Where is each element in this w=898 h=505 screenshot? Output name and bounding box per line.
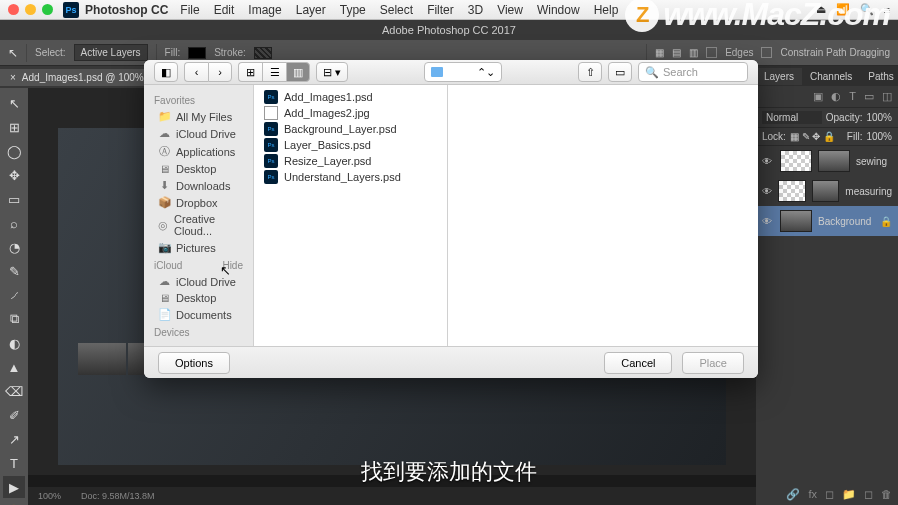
delete-layer-icon[interactable]: 🗑 [881,488,892,501]
place-button[interactable]: Place [682,352,744,374]
visibility-icon[interactable]: 👁 [762,156,774,167]
link-layers-icon[interactable]: 🔗 [786,488,800,501]
icon-view-button[interactable]: ⊞ [238,62,262,82]
sidebar-item-pictures[interactable]: 📷Pictures [144,239,253,256]
constrain-checkbox[interactable] [761,47,772,58]
new-layer-icon[interactable]: ◻ [864,488,873,501]
fill-value[interactable]: 100% [866,131,892,142]
file-row[interactable]: PsResize_Layer.psd [254,153,447,169]
arrange-button[interactable]: ⊟ ▾ [316,62,348,82]
cancel-button[interactable]: Cancel [604,352,672,374]
layer-name[interactable]: sewing [856,156,887,167]
layer-fx-icon[interactable]: fx [808,488,817,501]
layer-name[interactable]: Background [818,216,871,227]
pen-tool[interactable]: ↗ [3,428,25,450]
hand-tool[interactable]: ✋ [3,500,25,505]
share-button[interactable]: ⇧ [578,62,602,82]
layer-mask-icon[interactable]: ◻ [825,488,834,501]
sidebar-item-creative-cloud[interactable]: ◎Creative Cloud... [144,211,253,239]
filter-adjust-icon[interactable]: ◐ [831,90,841,103]
menu-filter[interactable]: Filter [427,3,454,17]
layer-row[interactable]: 👁 measuring [756,176,898,206]
close-tab-icon[interactable]: × [10,72,16,83]
search-field[interactable]: 🔍 Search [638,62,748,82]
menu-window[interactable]: Window [537,3,580,17]
layer-name[interactable]: measuring [845,186,892,197]
sidebar-toggle-button[interactable]: ◧ [154,62,178,82]
dodge-tool[interactable]: ✐ [3,404,25,426]
list-view-button[interactable]: ☰ [262,62,286,82]
visibility-icon[interactable]: 👁 [762,186,772,197]
forward-button[interactable]: › [208,62,232,82]
menu-edit[interactable]: Edit [214,3,235,17]
sidebar-item-dropbox[interactable]: 📦Dropbox [144,194,253,211]
healing-tool[interactable]: ◔ [3,236,25,258]
align-icon-3[interactable]: ▥ [689,47,698,58]
spotlight-icon[interactable]: 🔍 [860,3,874,16]
edges-checkbox[interactable] [706,47,717,58]
menu-help[interactable]: Help [594,3,619,17]
lock-icons[interactable]: ▦ ✎ ✥ 🔒 [790,131,835,142]
file-row[interactable]: PsBackground_Layer.psd [254,121,447,137]
sidebar-item-icloud-drive-2[interactable]: ☁iCloud Drive [144,273,253,290]
file-row[interactable]: PsUnderstand_Layers.psd [254,169,447,185]
sidebar-item-icloud-drive[interactable]: ☁iCloud Drive [144,125,253,142]
quick-select-tool[interactable]: ✥ [3,164,25,186]
gradient-tool[interactable]: ▲ [3,356,25,378]
tags-button[interactable]: ▭ [608,62,632,82]
filter-type-icon[interactable]: T [849,90,856,103]
sidebar-item-downloads[interactable]: ⬇Downloads [144,177,253,194]
lasso-tool[interactable]: ◯ [3,140,25,162]
menu-3d[interactable]: 3D [468,3,483,17]
menu-file[interactable]: File [180,3,199,17]
hide-button[interactable]: Hide [222,260,243,271]
move-tool[interactable]: ↖ [3,92,25,114]
sidebar-item-all-my-files[interactable]: 📁All My Files [144,108,253,125]
options-button[interactable]: Options [158,352,230,374]
eraser-tool[interactable]: ◐ [3,332,25,354]
crop-tool[interactable]: ▭ [3,188,25,210]
tab-channels[interactable]: Channels [802,68,860,85]
menu-image[interactable]: Image [248,3,281,17]
fill-swatch[interactable] [188,47,206,59]
filter-pixel-icon[interactable]: ▣ [813,90,823,103]
layer-row[interactable]: 👁 sewing [756,146,898,176]
sidebar-item-desktop-2[interactable]: 🖥Desktop [144,290,253,306]
new-group-icon[interactable]: 📁 [842,488,856,501]
layer-row[interactable]: 👁 Background 🔒 [756,206,898,236]
filter-smart-icon[interactable]: ◫ [882,90,892,103]
document-tab[interactable]: × Add_Images1.psd @ 100% [0,69,154,86]
menu-view[interactable]: View [497,3,523,17]
select-dropdown[interactable]: Active Layers [74,44,148,61]
tab-paths[interactable]: Paths [860,68,898,85]
align-icon[interactable]: ▦ [655,47,664,58]
file-row[interactable]: PsAdd_Images1.psd [254,89,447,105]
filter-shape-icon[interactable]: ▭ [864,90,874,103]
blur-tool[interactable]: ⌫ [3,380,25,402]
visibility-icon[interactable]: 👁 [762,216,774,227]
marquee-tool[interactable]: ⊞ [3,116,25,138]
file-row[interactable]: PsLayer_Basics.psd [254,137,447,153]
zoom-window-icon[interactable] [42,4,53,15]
blend-mode-dropdown[interactable]: Normal [762,111,822,124]
zoom-level[interactable]: 100% [38,491,61,501]
sidebar-item-desktop[interactable]: 🖥Desktop [144,161,253,177]
sidebar-item-documents[interactable]: 📄Documents [144,306,253,323]
history-brush-tool[interactable]: ⧉ [3,308,25,330]
tab-layers[interactable]: Layers [756,68,802,85]
menu-type[interactable]: Type [340,3,366,17]
sidebar-item-applications[interactable]: ⒶApplications [144,142,253,161]
menu-select[interactable]: Select [380,3,413,17]
column-view-button[interactable]: ▥ [286,62,310,82]
menu-layer[interactable]: Layer [296,3,326,17]
close-window-icon[interactable] [8,4,19,15]
clone-tool[interactable]: ⟋ [3,284,25,306]
back-button[interactable]: ‹ [184,62,208,82]
opacity-value[interactable]: 100% [866,112,892,123]
eyedropper-tool[interactable]: ⌕ [3,212,25,234]
move-tool-icon[interactable]: ↖ [8,46,18,60]
file-row[interactable]: Add_Images2.jpg [254,105,447,121]
align-icon-2[interactable]: ▤ [672,47,681,58]
folder-popup[interactable]: ⌃⌄ [424,62,502,82]
brush-tool[interactable]: ✎ [3,260,25,282]
